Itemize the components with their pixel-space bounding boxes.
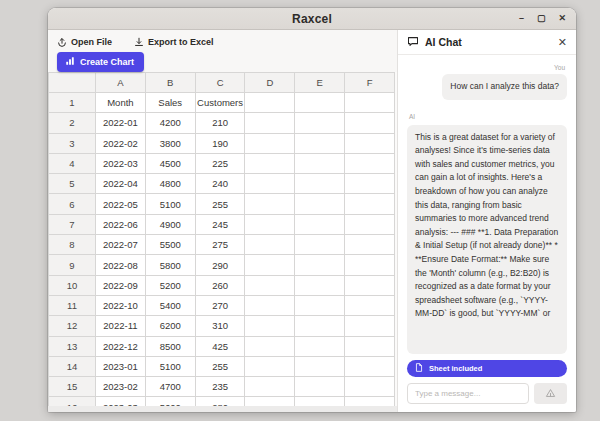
cell[interactable] bbox=[295, 113, 345, 133]
cell[interactable] bbox=[295, 255, 345, 275]
maximize-button[interactable]: ▢ bbox=[537, 14, 546, 23]
open-file-button[interactable]: Open File bbox=[57, 37, 112, 47]
cell[interactable]: 275 bbox=[195, 235, 245, 255]
row-header[interactable]: 4 bbox=[49, 153, 96, 173]
sheet-included-button[interactable]: Sheet included bbox=[407, 360, 567, 377]
cell[interactable]: 8500 bbox=[145, 336, 195, 356]
row-header[interactable]: 12 bbox=[49, 316, 96, 336]
cell[interactable]: 2023-01 bbox=[96, 356, 146, 376]
cell[interactable] bbox=[345, 336, 395, 356]
cell[interactable] bbox=[345, 133, 395, 153]
cell[interactable] bbox=[245, 336, 295, 356]
row-header[interactable]: 14 bbox=[49, 356, 96, 376]
cell[interactable]: 5200 bbox=[145, 275, 195, 295]
cell[interactable] bbox=[345, 153, 395, 173]
cell[interactable]: 2022-08 bbox=[96, 255, 146, 275]
cell[interactable] bbox=[345, 235, 395, 255]
row-header[interactable]: 3 bbox=[49, 133, 96, 153]
cell[interactable] bbox=[245, 235, 295, 255]
cell[interactable] bbox=[245, 356, 295, 376]
cell[interactable]: 2022-05 bbox=[96, 194, 146, 214]
cell[interactable]: 6200 bbox=[145, 316, 195, 336]
cell[interactable] bbox=[295, 235, 345, 255]
cell[interactable]: 290 bbox=[195, 255, 245, 275]
cell[interactable]: 4900 bbox=[145, 214, 195, 234]
cell[interactable]: 2022-11 bbox=[96, 316, 146, 336]
cell[interactable] bbox=[345, 356, 395, 376]
cell[interactable] bbox=[245, 113, 295, 133]
row-header[interactable]: 9 bbox=[49, 255, 96, 275]
cell[interactable]: 2022-10 bbox=[96, 295, 146, 315]
cell[interactable] bbox=[295, 214, 345, 234]
column-header[interactable]: A bbox=[96, 73, 146, 93]
column-header[interactable]: E bbox=[295, 73, 345, 93]
cell[interactable] bbox=[345, 295, 395, 315]
cell[interactable]: Customers bbox=[195, 93, 245, 113]
send-button[interactable] bbox=[534, 383, 567, 404]
cell[interactable]: 3800 bbox=[145, 133, 195, 153]
cell[interactable]: 2022-06 bbox=[96, 214, 146, 234]
cell[interactable]: 5500 bbox=[145, 235, 195, 255]
cell[interactable] bbox=[245, 295, 295, 315]
cell[interactable] bbox=[245, 174, 295, 194]
column-header[interactable]: C bbox=[195, 73, 245, 93]
cell[interactable] bbox=[295, 377, 345, 397]
cell[interactable]: 2022-07 bbox=[96, 235, 146, 255]
cell[interactable] bbox=[245, 275, 295, 295]
cell[interactable]: Sales bbox=[145, 93, 195, 113]
cell[interactable] bbox=[345, 194, 395, 214]
cell[interactable]: 5100 bbox=[145, 356, 195, 376]
cell[interactable]: 5100 bbox=[145, 194, 195, 214]
cell[interactable]: Month bbox=[96, 93, 146, 113]
cell[interactable]: 225 bbox=[195, 153, 245, 173]
cell[interactable] bbox=[345, 93, 395, 113]
chat-close-button[interactable]: ✕ bbox=[558, 37, 567, 48]
row-header[interactable]: 10 bbox=[49, 275, 96, 295]
cell[interactable] bbox=[245, 255, 295, 275]
cell[interactable]: 260 bbox=[195, 275, 245, 295]
cell[interactable]: 2022-12 bbox=[96, 336, 146, 356]
cell[interactable] bbox=[345, 214, 395, 234]
cell[interactable] bbox=[295, 295, 345, 315]
cell[interactable]: 4200 bbox=[145, 113, 195, 133]
cell[interactable]: 255 bbox=[195, 194, 245, 214]
cell[interactable]: 2022-01 bbox=[96, 113, 146, 133]
cell[interactable] bbox=[345, 377, 395, 397]
cell[interactable] bbox=[245, 377, 295, 397]
cell[interactable]: 5800 bbox=[145, 255, 195, 275]
cell[interactable]: 210 bbox=[195, 113, 245, 133]
row-header[interactable]: 11 bbox=[49, 295, 96, 315]
cell[interactable]: 5400 bbox=[145, 295, 195, 315]
cell[interactable] bbox=[295, 316, 345, 336]
minimize-button[interactable]: – bbox=[519, 14, 524, 23]
close-button[interactable]: ✕ bbox=[558, 14, 566, 23]
cell[interactable] bbox=[245, 214, 295, 234]
cell[interactable]: 4700 bbox=[145, 377, 195, 397]
cell[interactable]: 4500 bbox=[145, 153, 195, 173]
cell[interactable]: 2023-02 bbox=[96, 377, 146, 397]
cell[interactable] bbox=[345, 275, 395, 295]
cell[interactable] bbox=[295, 275, 345, 295]
cell[interactable]: 310 bbox=[195, 316, 245, 336]
message-input[interactable] bbox=[407, 383, 529, 404]
cell[interactable] bbox=[295, 194, 345, 214]
cell[interactable]: 245 bbox=[195, 214, 245, 234]
column-header[interactable]: B bbox=[145, 73, 195, 93]
cell[interactable] bbox=[295, 93, 345, 113]
cell[interactable] bbox=[295, 153, 345, 173]
cell[interactable] bbox=[345, 174, 395, 194]
cell[interactable] bbox=[245, 316, 295, 336]
row-header[interactable]: 15 bbox=[49, 377, 96, 397]
cell[interactable]: 2022-04 bbox=[96, 174, 146, 194]
cell[interactable] bbox=[245, 194, 295, 214]
cell[interactable] bbox=[345, 316, 395, 336]
row-header[interactable]: 1 bbox=[49, 93, 96, 113]
cell[interactable]: 4800 bbox=[145, 174, 195, 194]
cell[interactable]: 190 bbox=[195, 133, 245, 153]
row-header[interactable]: 13 bbox=[49, 336, 96, 356]
row-header[interactable]: 7 bbox=[49, 214, 96, 234]
cell[interactable] bbox=[295, 174, 345, 194]
cell[interactable]: 2022-03 bbox=[96, 153, 146, 173]
cell[interactable] bbox=[295, 336, 345, 356]
cell[interactable]: 240 bbox=[195, 174, 245, 194]
